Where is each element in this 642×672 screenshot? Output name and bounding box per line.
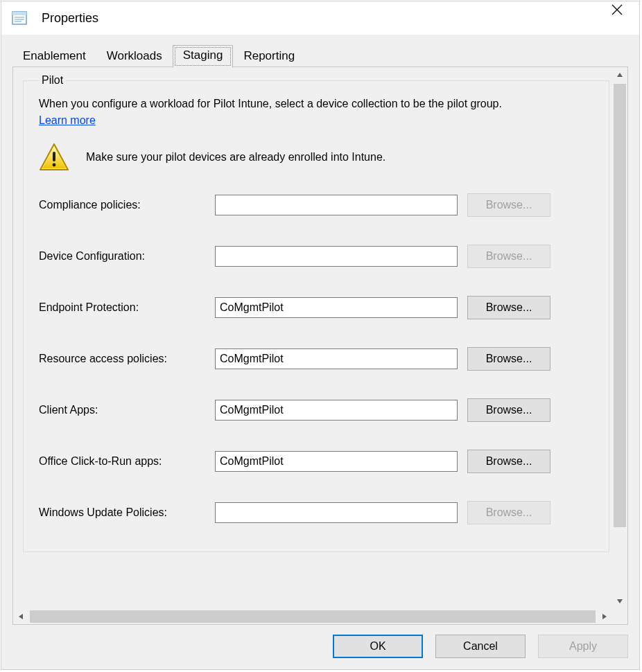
label-resource-access-policies: Resource access policies: (39, 353, 212, 365)
learn-more-link[interactable]: Learn more (39, 114, 96, 127)
tab-workloads[interactable]: Workloads (96, 45, 173, 67)
scroll-up-arrow-icon[interactable] (612, 67, 627, 82)
scroll-left-arrow-icon[interactable] (13, 609, 28, 624)
horizontal-scrollbar[interactable] (13, 609, 612, 624)
scroll-down-arrow-icon[interactable] (612, 594, 627, 609)
svg-marker-13 (19, 614, 23, 619)
browse-compliance-policies[interactable]: Browse... (467, 193, 550, 217)
pilot-group-title: Pilot (39, 74, 66, 87)
svg-rect-9 (53, 152, 55, 161)
tab-staging[interactable]: Staging (173, 45, 234, 68)
vertical-scrollbar[interactable] (612, 67, 627, 609)
warning-icon (39, 142, 69, 173)
tab-reporting[interactable]: Reporting (233, 45, 305, 67)
input-office-c2r-apps[interactable] (215, 451, 458, 472)
label-windows-update-policies: Windows Update Policies: (39, 506, 212, 519)
browse-device-configuration[interactable]: Browse... (467, 245, 550, 268)
input-compliance-policies[interactable] (215, 195, 458, 215)
tab-panel-staging: Pilot When you configure a workload for … (12, 67, 628, 625)
horizontal-scroll-thumb[interactable] (30, 610, 596, 623)
label-endpoint-protection: Endpoint Protection: (39, 301, 212, 314)
svg-marker-14 (602, 614, 607, 619)
pilot-group: Pilot When you configure a workload for … (23, 74, 609, 552)
label-office-c2r-apps: Office Click-to-Run apps: (39, 455, 212, 468)
svg-marker-12 (617, 599, 623, 603)
close-button[interactable] (603, 4, 631, 32)
dialog-buttons: OK Cancel Apply (12, 625, 628, 658)
input-device-configuration[interactable] (215, 246, 458, 267)
warning-text: Make sure your pilot devices are already… (86, 151, 385, 163)
pilot-form: Compliance policies: Browse... Device Co… (39, 193, 593, 524)
browse-endpoint-protection[interactable]: Browse... (467, 296, 550, 319)
label-client-apps: Client Apps: (39, 404, 212, 416)
titlebar: Properties (1, 1, 639, 35)
input-windows-update-policies[interactable] (215, 502, 458, 523)
app-icon (11, 10, 28, 26)
client-area: Enablement Workloads Staging Reporting P… (1, 35, 639, 669)
scroll-right-arrow-icon[interactable] (597, 609, 612, 624)
properties-dialog: Properties Enablement Workloads Staging … (1, 1, 640, 670)
cancel-button[interactable]: Cancel (435, 635, 526, 658)
pilot-description: When you configure a workload for Pilot … (39, 96, 580, 112)
tab-enablement[interactable]: Enablement (12, 45, 96, 67)
browse-resource-access-policies[interactable]: Browse... (467, 347, 550, 371)
ok-button[interactable]: OK (333, 635, 423, 658)
input-client-apps[interactable] (215, 400, 458, 421)
svg-rect-1 (12, 12, 26, 15)
browse-client-apps[interactable]: Browse... (467, 398, 550, 422)
vertical-scroll-thumb[interactable] (614, 84, 626, 527)
input-endpoint-protection[interactable] (215, 297, 458, 318)
svg-point-10 (53, 163, 56, 166)
svg-marker-11 (617, 73, 623, 77)
label-device-configuration: Device Configuration: (39, 250, 212, 263)
browse-office-c2r-apps[interactable]: Browse... (467, 450, 550, 473)
tabstrip: Enablement Workloads Staging Reporting (12, 44, 628, 67)
window-title: Properties (42, 11, 603, 26)
label-compliance-policies: Compliance policies: (39, 199, 212, 211)
input-resource-access-policies[interactable] (215, 348, 458, 369)
browse-windows-update-policies[interactable]: Browse... (467, 501, 550, 524)
apply-button[interactable]: Apply (538, 635, 628, 658)
